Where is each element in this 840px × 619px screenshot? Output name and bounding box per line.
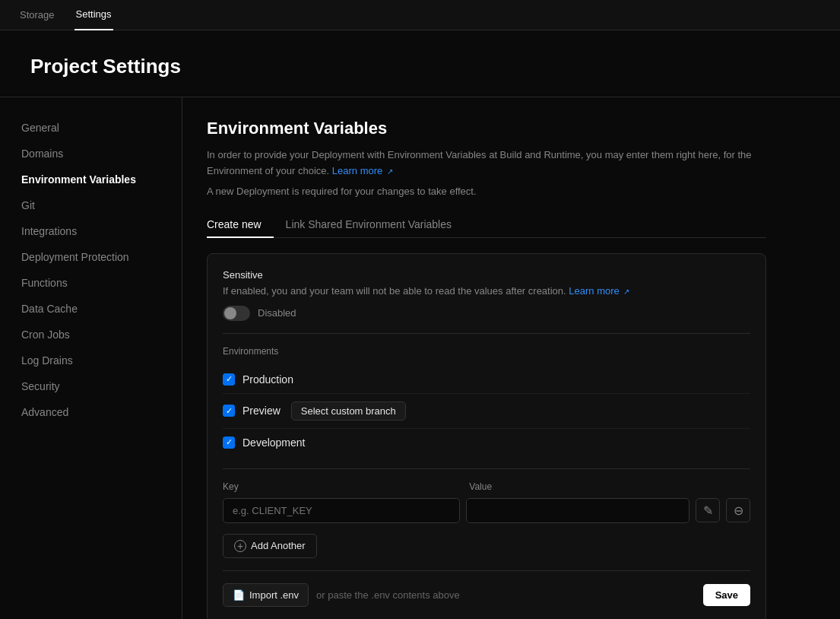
nav-settings[interactable]: Settings xyxy=(74,0,113,30)
remove-button[interactable]: ⊖ xyxy=(726,498,750,522)
sidebar-item-security[interactable]: Security xyxy=(12,374,170,398)
edit-button[interactable]: ✎ xyxy=(696,498,720,522)
tab-create-new[interactable]: Create new xyxy=(207,212,274,238)
tabs: Create new Link Shared Environment Varia… xyxy=(207,212,766,238)
sidebar-item-data-cache[interactable]: Data Cache xyxy=(12,297,170,321)
learn-more-link-top[interactable]: Learn more ↗ xyxy=(332,165,393,176)
production-label: Production xyxy=(242,373,293,386)
add-circle-icon: + xyxy=(234,540,246,552)
import-env-button[interactable]: 📄 Import .env xyxy=(223,583,309,607)
page-title: Project Settings xyxy=(30,55,810,78)
sidebar-item-domains[interactable]: Domains xyxy=(12,141,170,166)
sidebar-item-deployment-protection[interactable]: Deployment Protection xyxy=(12,245,170,269)
sidebar-item-general[interactable]: General xyxy=(12,116,170,140)
tab-link-shared[interactable]: Link Shared Environment Variables xyxy=(286,212,464,238)
kv-row: ✎ ⊖ xyxy=(223,498,750,523)
section-title: Environment Variables xyxy=(207,119,766,138)
learn-more-link-sensitive[interactable]: Learn more ↗ xyxy=(569,285,629,297)
preview-label: Preview xyxy=(242,405,281,417)
env-row-development: Development xyxy=(223,429,750,456)
sidebar-item-integrations[interactable]: Integrations xyxy=(12,219,170,243)
production-checkbox[interactable] xyxy=(223,373,235,386)
sensitive-description: If enabled, you and your team will not b… xyxy=(223,285,750,297)
section-description: In order to provide your Deployment with… xyxy=(207,148,766,179)
sidebar-item-functions[interactable]: Functions xyxy=(12,271,170,295)
page-header: Project Settings xyxy=(0,30,840,97)
development-label: Development xyxy=(242,436,306,449)
preview-checkbox[interactable] xyxy=(223,405,235,417)
kv-section: Key Value ✎ ⊖ xyxy=(223,481,750,523)
sensitive-label: Sensitive xyxy=(223,269,750,281)
add-another-button[interactable]: + Add Another xyxy=(223,534,317,558)
value-label: Value xyxy=(469,481,750,492)
env-row-production: Production xyxy=(223,366,750,394)
divider-2 xyxy=(223,468,750,469)
sidebar: General Domains Environment Variables Gi… xyxy=(0,97,182,619)
env-var-card: Sensitive If enabled, you and your team … xyxy=(207,253,766,619)
environments-section: Environments Production Preview Select c… xyxy=(223,346,750,456)
sidebar-item-cron-jobs[interactable]: Cron Jobs xyxy=(12,322,170,347)
key-label: Key xyxy=(223,481,460,492)
select-custom-branch-button[interactable]: Select custom branch xyxy=(291,402,406,421)
sidebar-item-git[interactable]: Git xyxy=(12,193,170,217)
top-nav: Storage Settings xyxy=(0,0,840,30)
main-content: Environment Variables In order to provid… xyxy=(182,97,791,619)
sensitive-section: Sensitive If enabled, you and your team … xyxy=(223,269,750,321)
environments-label: Environments xyxy=(223,346,750,357)
sensitive-toggle[interactable] xyxy=(223,306,250,321)
sidebar-item-env-vars[interactable]: Environment Variables xyxy=(12,167,170,192)
development-checkbox[interactable] xyxy=(223,436,235,449)
sensitive-toggle-label: Disabled xyxy=(258,307,296,319)
file-icon: 📄 xyxy=(233,589,245,601)
sidebar-item-advanced[interactable]: Advanced xyxy=(12,400,170,424)
sensitive-toggle-row: Disabled xyxy=(223,306,750,321)
notice-text: A new Deployment is required for your ch… xyxy=(207,186,766,197)
sidebar-item-log-drains[interactable]: Log Drains xyxy=(12,348,170,373)
external-link-icon: ↗ xyxy=(387,166,393,178)
external-link-icon-sensitive: ↗ xyxy=(623,287,629,296)
nav-storage[interactable]: Storage xyxy=(18,0,56,30)
content-area: General Domains Environment Variables Gi… xyxy=(0,97,840,619)
edit-icon: ✎ xyxy=(703,503,713,518)
key-input[interactable] xyxy=(223,498,460,523)
value-input[interactable] xyxy=(466,498,689,523)
divider-1 xyxy=(223,333,750,334)
minus-icon: ⊖ xyxy=(734,503,743,518)
save-button[interactable]: Save xyxy=(703,584,750,606)
kv-labels: Key Value xyxy=(223,481,750,492)
import-row: 📄 Import .env or paste the .env contents… xyxy=(223,570,750,607)
import-description: or paste the .env contents above xyxy=(316,589,696,601)
env-row-preview: Preview Select custom branch xyxy=(223,394,750,429)
